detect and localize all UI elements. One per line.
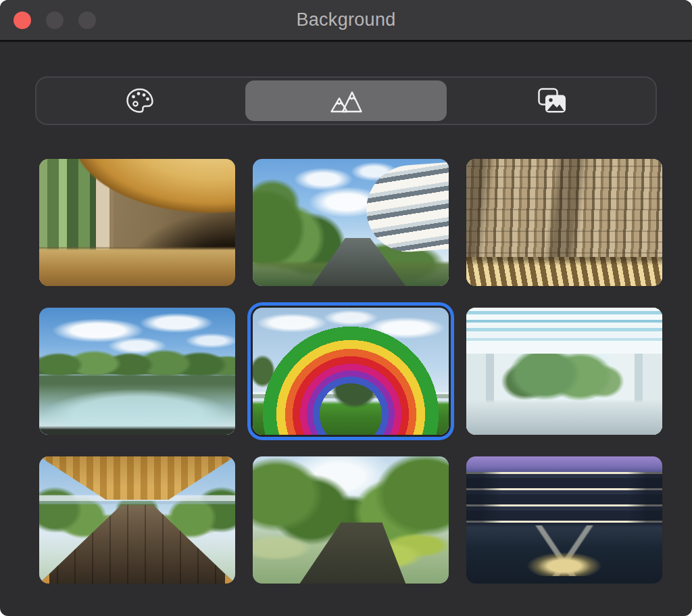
thumbnail-wooden-canopy-walkway[interactable] bbox=[39, 456, 235, 584]
window-title: Background bbox=[296, 9, 395, 30]
thumbnail-art bbox=[39, 159, 235, 286]
thumbnail-art bbox=[466, 456, 662, 584]
thumbnail-glass-atrium[interactable] bbox=[466, 308, 662, 435]
thumbnail-garden-path[interactable] bbox=[253, 456, 449, 584]
thumbnail-art bbox=[253, 159, 449, 286]
tab-landscapes[interactable] bbox=[243, 78, 449, 124]
mountains-icon bbox=[330, 87, 362, 114]
minimize-button[interactable] bbox=[46, 11, 64, 29]
traffic-lights bbox=[14, 0, 96, 40]
background-picker-window: Background bbox=[0, 0, 692, 616]
thumbnail-pond-reflection[interactable] bbox=[39, 308, 235, 435]
thumbnail-apple-park-exterior-path[interactable] bbox=[253, 159, 449, 286]
thumbnail-art bbox=[466, 159, 662, 286]
zoom-button[interactable] bbox=[78, 11, 96, 29]
thumbnail-art bbox=[39, 456, 235, 584]
close-button[interactable] bbox=[14, 11, 31, 29]
thumbnail-building-at-dusk[interactable] bbox=[466, 456, 662, 584]
thumbnail-art bbox=[466, 308, 662, 435]
titlebar: Background bbox=[0, 0, 692, 42]
thumbnail-rainbow-stage[interactable] bbox=[253, 308, 449, 435]
thumbnail-art bbox=[253, 456, 449, 584]
thumbnail-wood-spiral-staircase[interactable] bbox=[39, 159, 235, 286]
thumbnail-art bbox=[39, 308, 235, 435]
thumbnail-stone-wall-light-stripes[interactable] bbox=[466, 159, 662, 286]
thumbnail-art bbox=[253, 308, 449, 435]
background-type-tabs bbox=[35, 76, 657, 125]
photos-icon bbox=[537, 87, 568, 115]
tab-photos[interactable] bbox=[449, 78, 656, 124]
palette-icon bbox=[125, 87, 155, 114]
wallpaper-grid bbox=[39, 159, 662, 584]
tab-colors[interactable] bbox=[36, 78, 243, 124]
